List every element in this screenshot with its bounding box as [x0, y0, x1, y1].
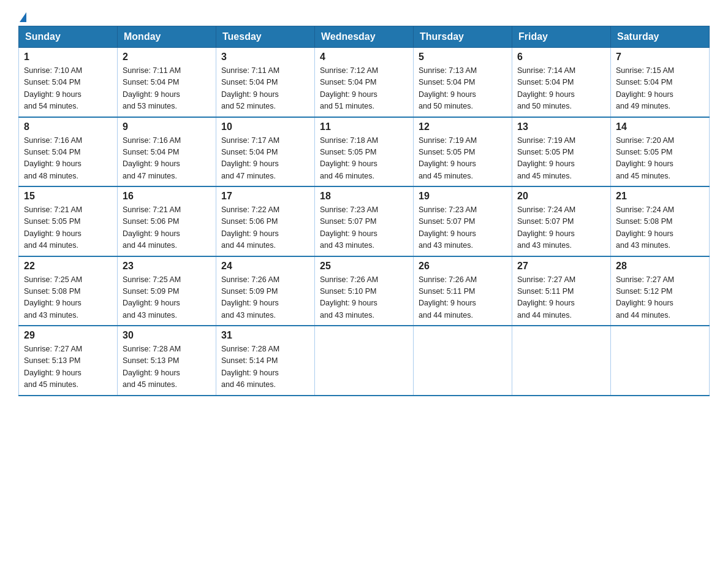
calendar-cell: 27Sunrise: 7:27 AMSunset: 5:11 PMDayligh… — [512, 256, 611, 326]
day-number: 30 — [123, 330, 211, 341]
day-number: 7 — [616, 52, 704, 63]
calendar-cell — [414, 326, 512, 396]
day-number: 9 — [123, 121, 211, 132]
calendar-cell — [611, 326, 710, 396]
day-number: 19 — [419, 191, 507, 202]
calendar-week-row: 22Sunrise: 7:25 AMSunset: 5:08 PMDayligh… — [19, 256, 710, 326]
calendar-week-row: 15Sunrise: 7:21 AMSunset: 5:05 PMDayligh… — [19, 186, 710, 256]
day-number: 12 — [419, 121, 507, 132]
day-info: Sunrise: 7:26 AMSunset: 5:09 PMDaylight:… — [221, 274, 309, 322]
day-info: Sunrise: 7:25 AMSunset: 5:09 PMDaylight:… — [123, 274, 211, 322]
day-info: Sunrise: 7:23 AMSunset: 5:07 PMDaylight:… — [320, 204, 408, 252]
day-number: 6 — [517, 52, 605, 63]
calendar-cell: 10Sunrise: 7:17 AMSunset: 5:04 PMDayligh… — [216, 117, 315, 187]
calendar-cell: 18Sunrise: 7:23 AMSunset: 5:07 PMDayligh… — [315, 186, 414, 256]
day-number: 22 — [24, 261, 112, 272]
calendar-cell: 2Sunrise: 7:11 AMSunset: 5:04 PMDaylight… — [118, 48, 216, 117]
calendar-cell: 22Sunrise: 7:25 AMSunset: 5:08 PMDayligh… — [19, 256, 118, 326]
day-number: 31 — [221, 330, 309, 341]
day-number: 11 — [320, 121, 408, 132]
calendar-cell: 15Sunrise: 7:21 AMSunset: 5:05 PMDayligh… — [19, 186, 118, 256]
calendar-table: SundayMondayTuesdayWednesdayThursdayFrid… — [18, 26, 710, 396]
calendar-cell: 17Sunrise: 7:22 AMSunset: 5:06 PMDayligh… — [216, 186, 315, 256]
weekday-header-friday: Friday — [512, 26, 611, 48]
calendar-cell: 14Sunrise: 7:20 AMSunset: 5:05 PMDayligh… — [611, 117, 710, 187]
day-info: Sunrise: 7:24 AMSunset: 5:08 PMDaylight:… — [616, 204, 704, 252]
day-number: 8 — [24, 121, 112, 132]
calendar-cell: 29Sunrise: 7:27 AMSunset: 5:13 PMDayligh… — [19, 326, 118, 396]
calendar-week-row: 29Sunrise: 7:27 AMSunset: 5:13 PMDayligh… — [19, 326, 710, 396]
calendar-cell: 8Sunrise: 7:16 AMSunset: 5:04 PMDaylight… — [19, 117, 118, 187]
day-info: Sunrise: 7:14 AMSunset: 5:04 PMDaylight:… — [517, 65, 605, 113]
weekday-header-wednesday: Wednesday — [315, 26, 414, 48]
day-number: 5 — [419, 52, 507, 63]
day-info: Sunrise: 7:22 AMSunset: 5:06 PMDaylight:… — [221, 204, 309, 252]
day-number: 17 — [221, 191, 309, 202]
calendar-cell: 24Sunrise: 7:26 AMSunset: 5:09 PMDayligh… — [216, 256, 315, 326]
weekday-header-sunday: Sunday — [19, 26, 118, 48]
calendar-cell: 1Sunrise: 7:10 AMSunset: 5:04 PMDaylight… — [19, 48, 118, 117]
day-info: Sunrise: 7:10 AMSunset: 5:04 PMDaylight:… — [24, 65, 112, 113]
weekday-header-saturday: Saturday — [611, 26, 710, 48]
calendar-cell: 26Sunrise: 7:26 AMSunset: 5:11 PMDayligh… — [414, 256, 512, 326]
calendar-cell: 23Sunrise: 7:25 AMSunset: 5:09 PMDayligh… — [118, 256, 216, 326]
day-info: Sunrise: 7:15 AMSunset: 5:04 PMDaylight:… — [616, 65, 704, 113]
logo — [18, 12, 26, 20]
logo-triangle-icon — [20, 12, 26, 22]
day-info: Sunrise: 7:26 AMSunset: 5:10 PMDaylight:… — [320, 274, 408, 322]
day-info: Sunrise: 7:24 AMSunset: 5:07 PMDaylight:… — [517, 204, 605, 252]
day-info: Sunrise: 7:27 AMSunset: 5:12 PMDaylight:… — [616, 274, 704, 322]
day-info: Sunrise: 7:17 AMSunset: 5:04 PMDaylight:… — [221, 135, 309, 183]
day-info: Sunrise: 7:21 AMSunset: 5:05 PMDaylight:… — [24, 204, 112, 252]
calendar-cell: 19Sunrise: 7:23 AMSunset: 5:07 PMDayligh… — [414, 186, 512, 256]
calendar-cell — [512, 326, 611, 396]
day-number: 13 — [517, 121, 605, 132]
day-number: 21 — [616, 191, 704, 202]
weekday-header-thursday: Thursday — [414, 26, 512, 48]
calendar-cell: 13Sunrise: 7:19 AMSunset: 5:05 PMDayligh… — [512, 117, 611, 187]
weekday-header-monday: Monday — [118, 26, 216, 48]
day-number: 3 — [221, 52, 309, 63]
day-info: Sunrise: 7:12 AMSunset: 5:04 PMDaylight:… — [320, 65, 408, 113]
calendar-cell: 3Sunrise: 7:11 AMSunset: 5:04 PMDaylight… — [216, 48, 315, 117]
day-info: Sunrise: 7:26 AMSunset: 5:11 PMDaylight:… — [419, 274, 507, 322]
day-info: Sunrise: 7:28 AMSunset: 5:13 PMDaylight:… — [123, 343, 211, 391]
day-info: Sunrise: 7:13 AMSunset: 5:04 PMDaylight:… — [419, 65, 507, 113]
calendar-cell: 4Sunrise: 7:12 AMSunset: 5:04 PMDaylight… — [315, 48, 414, 117]
calendar-cell — [315, 326, 414, 396]
calendar-week-row: 8Sunrise: 7:16 AMSunset: 5:04 PMDaylight… — [19, 117, 710, 187]
weekday-header-tuesday: Tuesday — [216, 26, 315, 48]
day-info: Sunrise: 7:19 AMSunset: 5:05 PMDaylight:… — [419, 135, 507, 183]
day-info: Sunrise: 7:16 AMSunset: 5:04 PMDaylight:… — [123, 135, 211, 183]
calendar-cell: 5Sunrise: 7:13 AMSunset: 5:04 PMDaylight… — [414, 48, 512, 117]
calendar-cell: 16Sunrise: 7:21 AMSunset: 5:06 PMDayligh… — [118, 186, 216, 256]
day-number: 23 — [123, 261, 211, 272]
day-info: Sunrise: 7:16 AMSunset: 5:04 PMDaylight:… — [24, 135, 112, 183]
calendar-cell: 31Sunrise: 7:28 AMSunset: 5:14 PMDayligh… — [216, 326, 315, 396]
day-info: Sunrise: 7:23 AMSunset: 5:07 PMDaylight:… — [419, 204, 507, 252]
day-number: 26 — [419, 261, 507, 272]
day-number: 1 — [24, 52, 112, 63]
day-info: Sunrise: 7:28 AMSunset: 5:14 PMDaylight:… — [221, 343, 309, 391]
calendar-cell: 6Sunrise: 7:14 AMSunset: 5:04 PMDaylight… — [512, 48, 611, 117]
day-number: 27 — [517, 261, 605, 272]
day-info: Sunrise: 7:27 AMSunset: 5:11 PMDaylight:… — [517, 274, 605, 322]
day-number: 24 — [221, 261, 309, 272]
day-info: Sunrise: 7:19 AMSunset: 5:05 PMDaylight:… — [517, 135, 605, 183]
day-number: 2 — [123, 52, 211, 63]
day-info: Sunrise: 7:25 AMSunset: 5:08 PMDaylight:… — [24, 274, 112, 322]
calendar-cell: 7Sunrise: 7:15 AMSunset: 5:04 PMDaylight… — [611, 48, 710, 117]
calendar-cell: 25Sunrise: 7:26 AMSunset: 5:10 PMDayligh… — [315, 256, 414, 326]
day-info: Sunrise: 7:11 AMSunset: 5:04 PMDaylight:… — [123, 65, 211, 113]
day-info: Sunrise: 7:11 AMSunset: 5:04 PMDaylight:… — [221, 65, 309, 113]
calendar-cell: 12Sunrise: 7:19 AMSunset: 5:05 PMDayligh… — [414, 117, 512, 187]
day-info: Sunrise: 7:18 AMSunset: 5:05 PMDaylight:… — [320, 135, 408, 183]
calendar-cell: 11Sunrise: 7:18 AMSunset: 5:05 PMDayligh… — [315, 117, 414, 187]
day-number: 4 — [320, 52, 408, 63]
calendar-cell: 9Sunrise: 7:16 AMSunset: 5:04 PMDaylight… — [118, 117, 216, 187]
day-number: 15 — [24, 191, 112, 202]
day-number: 10 — [221, 121, 309, 132]
day-number: 14 — [616, 121, 704, 132]
day-info: Sunrise: 7:21 AMSunset: 5:06 PMDaylight:… — [123, 204, 211, 252]
calendar-cell: 21Sunrise: 7:24 AMSunset: 5:08 PMDayligh… — [611, 186, 710, 256]
